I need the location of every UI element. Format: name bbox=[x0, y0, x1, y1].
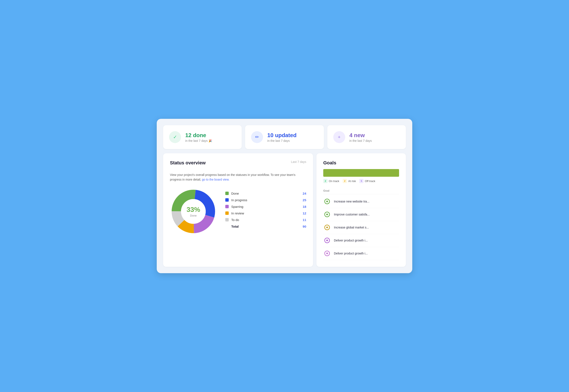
goals-panel: Goals 2On track2At risk5Off track Goal I… bbox=[317, 153, 406, 267]
period-label: Last 7 days bbox=[291, 160, 306, 164]
chart-area: 33% Done Done 24 In progress 25 Sparring… bbox=[170, 188, 306, 235]
donut-center: 33% Done bbox=[187, 206, 200, 217]
board-view-link[interactable]: go to the board view. bbox=[202, 178, 229, 181]
status-description: View your project's overall progress bas… bbox=[170, 172, 306, 182]
goal-name-0: Increase new website tra... bbox=[334, 200, 399, 203]
legend-color-total bbox=[225, 225, 229, 228]
legend-item-in-progress: In progress 25 bbox=[225, 198, 306, 202]
goals-legend-on-track: 2On track bbox=[323, 179, 339, 183]
goals-title: Goals bbox=[323, 160, 399, 166]
new-main-text: 4 new bbox=[349, 132, 372, 139]
status-header: Status overview Last 7 days bbox=[170, 160, 306, 169]
goal-name-2: Increase global market s... bbox=[334, 226, 399, 229]
main-container: ✓ 12 done in the last 7 days 🎉 ✏ 10 upda… bbox=[157, 119, 412, 273]
status-overview-title: Status overview bbox=[170, 160, 206, 166]
goal-row-2: Increase global market s... bbox=[323, 221, 399, 234]
goal-row-4: Deliver product growth i... bbox=[323, 247, 399, 260]
goal-icon-1 bbox=[323, 210, 331, 218]
goal-row-0: Increase new website tra... bbox=[323, 195, 399, 208]
legend-item-done: Done 24 bbox=[225, 192, 306, 195]
goal-icon-3 bbox=[323, 237, 331, 244]
legend-item-in-review: In review 12 bbox=[225, 211, 306, 215]
legend-color-swatch bbox=[225, 218, 229, 222]
legend-color-swatch bbox=[225, 192, 229, 195]
goal-name-3: Deliver product growth i... bbox=[334, 239, 399, 242]
goal-row-1: Improve customer satisfa... bbox=[323, 208, 399, 221]
updated-icon: ✏ bbox=[251, 131, 263, 143]
stats-row: ✓ 12 done in the last 7 days 🎉 ✏ 10 upda… bbox=[163, 125, 406, 149]
updated-main-text: 10 updated bbox=[267, 132, 296, 139]
stat-card-updated: ✏ 10 updated in the last 7 days bbox=[245, 125, 324, 149]
goal-icon-2 bbox=[323, 224, 331, 231]
donut-percentage: 33% bbox=[187, 206, 200, 214]
legend-color-swatch bbox=[225, 211, 229, 215]
done-sub-text: in the last 7 days 🎉 bbox=[185, 139, 212, 142]
goal-row-3: Deliver product growth i... bbox=[323, 234, 399, 247]
legend-color-swatch bbox=[225, 205, 229, 208]
goal-name-1: Improve customer satisfa... bbox=[334, 213, 399, 216]
new-sub-text: in the last 7 days bbox=[349, 139, 372, 142]
goals-legend: 2On track2At risk5Off track bbox=[323, 179, 399, 183]
goal-name-4: Deliver product growth i... bbox=[334, 252, 399, 255]
new-icon: + bbox=[333, 131, 345, 143]
status-overview-panel: Status overview Last 7 days View your pr… bbox=[163, 153, 313, 267]
goals-column-header: Goal bbox=[323, 186, 399, 194]
updated-sub-text: in the last 7 days bbox=[267, 139, 296, 142]
goals-legend-at-risk: 2At risk bbox=[343, 179, 356, 183]
goal-icon-4 bbox=[323, 250, 331, 257]
stat-card-new: + 4 new in the last 7 days bbox=[327, 125, 406, 149]
bottom-row: Status overview Last 7 days View your pr… bbox=[163, 153, 406, 267]
legend-item-to-do: To do 11 bbox=[225, 218, 306, 222]
donut-chart: 33% Done bbox=[170, 188, 217, 235]
legend-item-total: Total 90 bbox=[225, 225, 306, 228]
goals-legend-off-track: 5Off track bbox=[359, 179, 375, 183]
goals-rows: Increase new website tra... Improve cust… bbox=[323, 195, 399, 260]
goals-bar bbox=[323, 169, 399, 177]
goals-bar-wrapper: 2On track2At risk5Off track bbox=[323, 169, 399, 183]
legend-color-swatch bbox=[225, 198, 229, 202]
done-icon: ✓ bbox=[169, 131, 181, 143]
donut-label: Done bbox=[187, 214, 200, 217]
stat-card-done: ✓ 12 done in the last 7 days 🎉 bbox=[163, 125, 242, 149]
done-main-text: 12 done bbox=[185, 132, 212, 139]
goal-icon-0 bbox=[323, 198, 331, 205]
legend-item-sparring: Sparring 18 bbox=[225, 205, 306, 209]
chart-legend: Done 24 In progress 25 Sparring 18 In re… bbox=[225, 192, 306, 231]
